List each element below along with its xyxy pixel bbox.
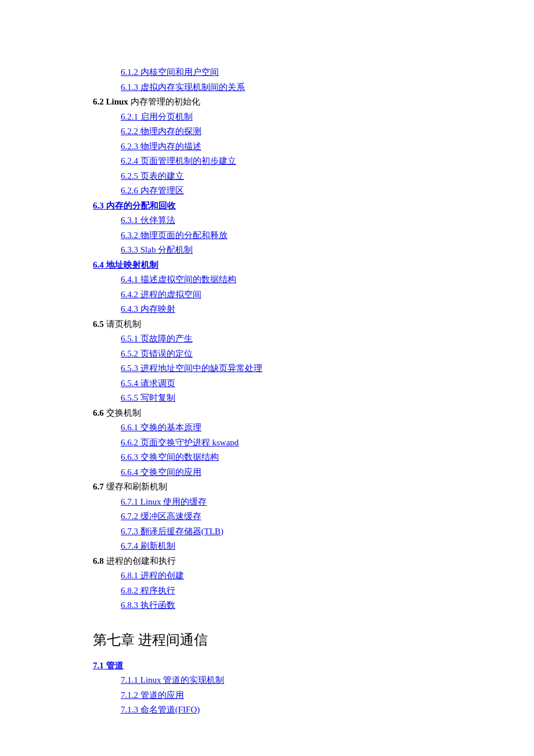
toc-item-6-5-5: 6.5.5 写时复制 <box>121 391 441 405</box>
link-6-7-4[interactable]: 6.7.4 刷新机制 <box>121 541 175 550</box>
section-heading-6-6: 6.6 交换机制 <box>93 406 441 420</box>
section-number-6-7: 6.7 <box>93 482 104 491</box>
toc-item-6-2-5: 6.2.5 页表的建立 <box>121 170 441 183</box>
link-7-1-1[interactable]: 7.1.1 Linux 管道的实现机制 <box>121 675 224 685</box>
section-heading-6-8: 6.8 进程的创建和执行 <box>93 555 441 568</box>
link-6-2-1[interactable]: 6.2.1 启用分页机制 <box>121 112 193 121</box>
section-number-6-2: 6.2 Linux <box>93 97 131 106</box>
section-heading-6-4: 6.4 地址映射机制 <box>93 258 441 272</box>
link-6-7-1[interactable]: 6.7.1 Linux 使用的缓存 <box>121 497 207 506</box>
section-number-6-6: 6.6 <box>93 408 104 417</box>
toc-item-6-7-4: 6.7.4 刷新机制 <box>121 539 441 553</box>
toc-subsection-list-6-6: 6.6.1 交换的基本原理 6.6.2 页面交换守护进程 kswapd 6.6.… <box>93 421 441 478</box>
toc-subsection-list-6-7: 6.7.1 Linux 使用的缓存 6.7.2 缓冲区高速缓存 6.7.3 翻译… <box>93 495 441 553</box>
link-6-3-2[interactable]: 6.3.2 物理页面的分配和释放 <box>121 231 228 240</box>
toc-item-6-4-3: 6.4.3 内存映射 <box>121 303 441 316</box>
link-6-3-1[interactable]: 6.3.1 伙伴算法 <box>121 215 175 225</box>
link-6-2-4[interactable]: 6.2.4 页面管理机制的初步建立 <box>121 156 236 165</box>
link-6-5-4[interactable]: 6.5.4 请求调页 <box>121 379 175 388</box>
link-6-5-5[interactable]: 6.5.5 写时复制 <box>121 393 175 402</box>
toc-subsection-list: 6.1.2 内核空间和用户空间 6.1.3 虚拟内存实现机制间的关系 <box>93 66 441 93</box>
toc-item-7-1-3: 7.1.3 命名管道(FIFO) <box>121 703 441 717</box>
link-6-6-2[interactable]: 6.6.2 页面交换守护进程 kswapd <box>121 438 239 447</box>
link-7-1-3[interactable]: 7.1.3 命名管道(FIFO) <box>121 705 200 714</box>
section-title-6-6: 交换机制 <box>104 408 141 417</box>
link-6-6-1[interactable]: 6.6.1 交换的基本原理 <box>121 423 201 432</box>
link-7-1-2[interactable]: 7.1.2 管道的应用 <box>121 690 184 700</box>
link-6-2-6[interactable]: 6.2.6 内存管理区 <box>121 186 184 195</box>
section-heading-6-2: 6.2 Linux 内存管理的初始化 <box>93 95 441 109</box>
link-6-5-3[interactable]: 6.5.3 进程地址空间中的缺页异常处理 <box>121 363 262 373</box>
toc-item-6-2-1: 6.2.1 启用分页机制 <box>121 110 441 124</box>
link-6-1-2[interactable]: 6.1.2 内核空间和用户空间 <box>121 67 219 77</box>
toc-item-6-2-4: 6.2.4 页面管理机制的初步建立 <box>121 154 441 168</box>
section-heading-7-1: 7.1 管道 <box>93 659 441 672</box>
link-6-5-2[interactable]: 6.5.2 页错误的定位 <box>121 349 193 358</box>
section-title-6-2: 内存管理的初始化 <box>131 97 200 106</box>
toc-item-7-1-1: 7.1.1 Linux 管道的实现机制 <box>121 674 441 687</box>
toc-subsection-list-6-3: 6.3.1 伙伴算法 6.3.2 物理页面的分配和释放 6.3.3 Slab 分… <box>93 214 441 257</box>
link-6-6-3[interactable]: 6.6.3 交换空间的数据结构 <box>121 452 219 462</box>
toc-item-6-3-1: 6.3.1 伙伴算法 <box>121 214 441 227</box>
toc-item-6-5-1: 6.5.1 页故障的产生 <box>121 332 441 345</box>
toc-item-6-1-3: 6.1.3 虚拟内存实现机制间的关系 <box>121 81 441 94</box>
toc-item-6-3-3: 6.3.3 Slab 分配机制 <box>121 243 441 257</box>
toc-subsection-list-7-1: 7.1.1 Linux 管道的实现机制 7.1.2 管道的应用 7.1.3 命名… <box>93 674 441 717</box>
section-heading-6-5: 6.5 请页机制 <box>93 318 441 331</box>
toc-item-6-8-3: 6.8.3 执行函数 <box>121 599 441 612</box>
toc-subsection-list-6-8: 6.8.1 进程的创建 6.8.2 程序执行 6.8.3 执行函数 <box>93 569 441 612</box>
toc-item-6-4-1: 6.4.1 描述虚拟空间的数据结构 <box>121 273 441 286</box>
section-number-6-8: 6.8 <box>93 556 104 566</box>
toc-subsection-list-6-4: 6.4.1 描述虚拟空间的数据结构 6.4.2 进程的虚拟空间 6.4.3 内存… <box>93 273 441 316</box>
link-6-2-5[interactable]: 6.2.5 页表的建立 <box>121 171 184 181</box>
link-6-8-1[interactable]: 6.8.1 进程的创建 <box>121 571 184 580</box>
link-6-4-1[interactable]: 6.4.1 描述虚拟空间的数据结构 <box>121 275 236 284</box>
toc-item-6-6-4: 6.6.4 交换空间的应用 <box>121 466 441 479</box>
toc-item-6-7-1: 6.7.1 Linux 使用的缓存 <box>121 495 441 509</box>
toc-item-6-6-3: 6.6.3 交换空间的数据结构 <box>121 451 441 464</box>
toc-item-6-7-2: 6.7.2 缓冲区高速缓存 <box>121 510 441 523</box>
link-section-7-1[interactable]: 7.1 管道 <box>93 661 124 670</box>
section-title-6-7: 缓存和刷新机制 <box>104 482 167 491</box>
link-6-2-3[interactable]: 6.2.3 物理内存的描述 <box>121 142 201 151</box>
section-title-6-8: 进程的创建和执行 <box>104 556 176 566</box>
link-6-8-3[interactable]: 6.8.3 执行函数 <box>121 600 175 610</box>
section-heading-6-7: 6.7 缓存和刷新机制 <box>93 480 441 494</box>
link-6-7-3[interactable]: 6.7.3 翻译后援存储器(TLB) <box>121 527 223 536</box>
link-6-8-2[interactable]: 6.8.2 程序执行 <box>121 586 175 595</box>
chapter-heading-7: 第七章 进程间通信 <box>93 629 441 650</box>
toc-item-6-5-3: 6.5.3 进程地址空间中的缺页异常处理 <box>121 362 441 375</box>
toc-item-6-8-2: 6.8.2 程序执行 <box>121 584 441 597</box>
link-6-3-3[interactable]: 6.3.3 Slab 分配机制 <box>121 245 193 254</box>
link-section-6-4[interactable]: 6.4 地址映射机制 <box>93 260 158 269</box>
toc-item-6-1-2: 6.1.2 内核空间和用户空间 <box>121 66 441 79</box>
link-6-1-3[interactable]: 6.1.3 虚拟内存实现机制间的关系 <box>121 82 245 92</box>
toc-subsection-list-6-2: 6.2.1 启用分页机制 6.2.2 物理内存的探测 6.2.3 物理内存的描述… <box>93 110 441 197</box>
link-6-2-2[interactable]: 6.2.2 物理内存的探测 <box>121 127 201 136</box>
section-number-6-5: 6.5 <box>93 319 104 329</box>
section-heading-6-3: 6.3 内存的分配和回收 <box>93 199 441 213</box>
link-6-4-3[interactable]: 6.4.3 内存映射 <box>121 304 175 314</box>
toc-item-6-2-2: 6.2.2 物理内存的探测 <box>121 125 441 138</box>
link-section-6-3[interactable]: 6.3 内存的分配和回收 <box>93 201 176 210</box>
toc-item-6-7-3: 6.7.3 翻译后援存储器(TLB) <box>121 525 441 538</box>
link-6-4-2[interactable]: 6.4.2 进程的虚拟空间 <box>121 290 201 299</box>
toc-item-6-2-6: 6.2.6 内存管理区 <box>121 184 441 197</box>
toc-subsection-list-6-5: 6.5.1 页故障的产生 6.5.2 页错误的定位 6.5.3 进程地址空间中的… <box>93 332 441 405</box>
toc-item-6-5-4: 6.5.4 请求调页 <box>121 377 441 390</box>
toc-item-6-6-1: 6.6.1 交换的基本原理 <box>121 421 441 434</box>
section-title-6-5: 请页机制 <box>104 319 141 329</box>
toc-item-7-1-2: 7.1.2 管道的应用 <box>121 689 441 702</box>
toc-item-6-2-3: 6.2.3 物理内存的描述 <box>121 140 441 153</box>
toc-item-6-3-2: 6.3.2 物理页面的分配和释放 <box>121 229 441 242</box>
link-6-7-2[interactable]: 6.7.2 缓冲区高速缓存 <box>121 512 201 521</box>
toc-item-6-8-1: 6.8.1 进程的创建 <box>121 569 441 582</box>
link-6-5-1[interactable]: 6.5.1 页故障的产生 <box>121 334 193 343</box>
link-6-6-4[interactable]: 6.6.4 交换空间的应用 <box>121 467 201 477</box>
toc-item-6-5-2: 6.5.2 页错误的定位 <box>121 347 441 361</box>
toc-item-6-4-2: 6.4.2 进程的虚拟空间 <box>121 288 441 301</box>
toc-item-6-6-2: 6.6.2 页面交换守护进程 kswapd <box>121 436 441 449</box>
